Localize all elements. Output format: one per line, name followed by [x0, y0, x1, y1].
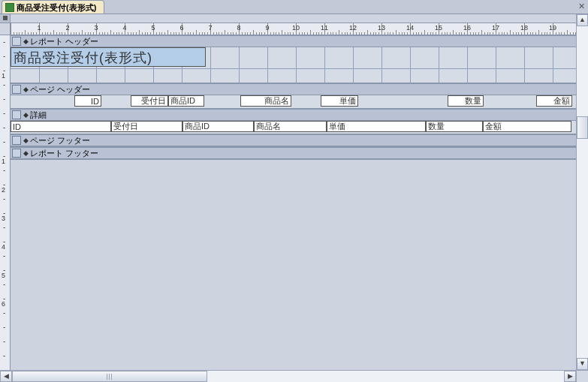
section-bar-detail[interactable]: ◆ 詳細 — [11, 109, 576, 121]
band-report-footer[interactable] — [11, 159, 576, 160]
section-handle[interactable] — [12, 136, 21, 145]
vscroll-thumb[interactable] — [577, 116, 588, 139]
column-header-label[interactable]: 単価 — [321, 95, 358, 107]
section-handle[interactable] — [12, 110, 21, 119]
column-header-label[interactable]: 数量 — [448, 95, 484, 107]
report-title-control[interactable]: 商品受注受付(表形式) — [11, 47, 206, 67]
detail-field[interactable]: ID — [11, 121, 111, 132]
scroll-down-button[interactable]: ▼ — [577, 358, 588, 370]
band-report-header[interactable]: 商品受注受付(表形式) — [11, 47, 576, 83]
scroll-corner — [576, 370, 588, 382]
section-label: レポート ヘッダー — [30, 36, 98, 47]
section-handle[interactable] — [12, 85, 21, 94]
selector-row — [0, 14, 588, 23]
band-detail[interactable]: ID受付日商品ID商品名単価数量金額 — [11, 121, 576, 134]
section-handle[interactable] — [12, 37, 21, 46]
detail-field[interactable]: 金額 — [483, 121, 571, 132]
detail-field[interactable]: 単価 — [327, 121, 426, 132]
section-bar-report-footer[interactable]: ◆ レポート フッター — [11, 147, 576, 159]
detail-field[interactable]: 商品ID — [182, 121, 254, 132]
band-page-header[interactable]: ID受付日商品ID商品名単価数量金額 — [11, 95, 576, 109]
section-label: ページ フッター — [30, 135, 90, 146]
chevron-down-icon: ◆ — [23, 149, 29, 157]
column-header-label[interactable]: ID — [74, 95, 101, 107]
canvas-empty-area — [11, 160, 576, 370]
tab-title: 商品受注受付(表形式) — [17, 2, 96, 14]
tab-bar: 商品受注受付(表形式) ✕ — [0, 0, 588, 14]
horizontal-scrollbar[interactable]: ◀ ▶ — [0, 370, 576, 382]
vertical-ruler[interactable]: ------------------------1234561 — [0, 35, 11, 370]
section-bar-page-footer[interactable]: ◆ ページ フッター — [11, 134, 576, 146]
section-bar-report-header[interactable]: ◆ レポート ヘッダー — [11, 35, 576, 47]
hscroll-thumb[interactable] — [12, 371, 207, 382]
vertical-scrollbar[interactable]: ▲ ▼ — [576, 14, 588, 370]
section-label: 詳細 — [30, 110, 47, 121]
column-header-label[interactable]: 金額 — [536, 95, 572, 107]
close-icon[interactable]: ✕ — [578, 2, 585, 11]
design-canvas[interactable]: ◆ レポート ヘッダー 商品受注受付(表形式) ◆ ページ ヘッダー ID受付日… — [11, 35, 576, 370]
ruler-corner — [0, 23, 11, 35]
column-header-label[interactable]: 受付日 — [131, 95, 168, 107]
detail-field[interactable]: 商品名 — [254, 121, 327, 132]
detail-field[interactable]: 数量 — [426, 121, 483, 132]
column-header-label[interactable]: 商品ID — [168, 95, 204, 107]
chevron-down-icon: ◆ — [23, 137, 29, 144]
report-selector[interactable] — [0, 14, 11, 23]
horizontal-ruler[interactable]: 1234567891011121314151617181920 — [11, 23, 588, 35]
section-handle[interactable] — [12, 149, 21, 158]
chevron-down-icon: ◆ — [23, 86, 29, 93]
report-icon — [5, 3, 14, 12]
section-bar-page-header[interactable]: ◆ ページ ヘッダー — [11, 83, 576, 95]
scroll-up-button[interactable]: ▲ — [577, 14, 588, 26]
vscroll-track[interactable] — [577, 26, 588, 358]
column-header-label[interactable]: 商品名 — [240, 95, 291, 107]
band-page-footer[interactable] — [11, 146, 576, 147]
section-label: ページ ヘッダー — [30, 84, 90, 95]
detail-field[interactable]: 受付日 — [111, 121, 182, 132]
scroll-right-button[interactable]: ▶ — [564, 371, 576, 382]
section-label: レポート フッター — [30, 148, 98, 159]
scroll-left-button[interactable]: ◀ — [0, 371, 12, 382]
chevron-down-icon: ◆ — [23, 111, 29, 119]
document-tab[interactable]: 商品受注受付(表形式) — [2, 0, 104, 14]
hscroll-track[interactable] — [12, 371, 564, 382]
chevron-down-icon: ◆ — [23, 38, 29, 45]
